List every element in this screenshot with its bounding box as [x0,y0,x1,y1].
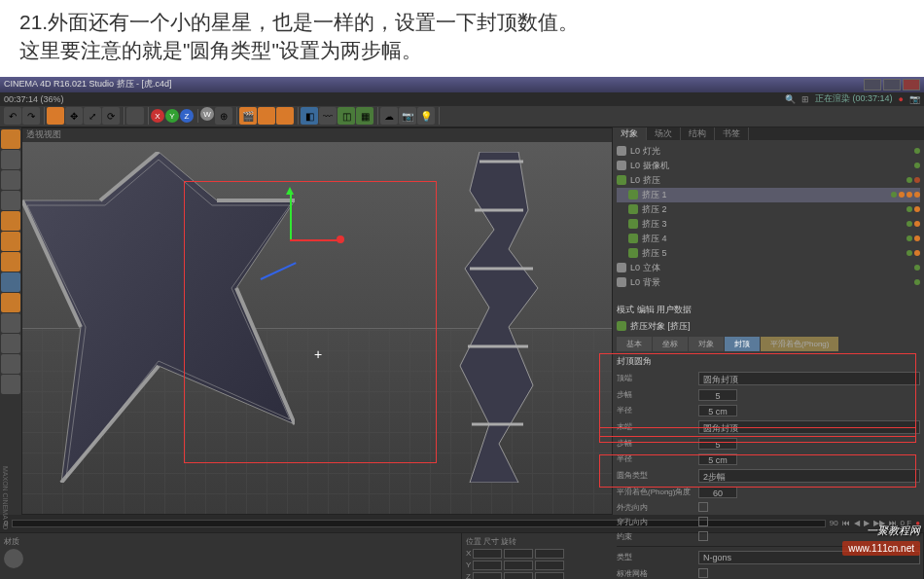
x-axis-toggle[interactable]: X [151,109,164,123]
attr-object-title: 挤压对象 [挤压] [630,320,691,333]
material-panel[interactable]: 材质 [0,533,462,579]
phong-angle-input[interactable]: 60 [698,487,737,498]
polygon-mode-button[interactable] [1,252,20,271]
workplane-snap-button[interactable] [1,334,20,353]
quantize-button[interactable] [1,354,20,374]
object-tree[interactable]: L0 灯光 L0 摄像机 L0 挤压 挤压 1 挤压 2 挤压 3 挤压 4 挤… [613,140,924,294]
render-settings-button[interactable] [276,107,294,125]
tab-takes[interactable]: 场次 [647,127,681,140]
rot-p-input[interactable] [535,561,564,570]
tree-item-extrude-5: 挤压 5 [617,246,920,261]
attr-tab-object[interactable]: 对象 [689,337,724,351]
regular-grid-checkbox[interactable] [698,568,708,578]
watermark-url: www.111cn.net [842,541,920,556]
search-icon[interactable]: 🔍 [785,94,796,104]
tree-item-extrude-2: 挤压 2 [617,202,920,217]
annotation-rect-viewport [184,181,437,463]
light-button[interactable]: 💡 [417,107,435,125]
tree-item-bg: L0 背景 [617,275,920,290]
model-mode-button[interactable] [1,150,20,169]
generator-button[interactable]: ◫ [338,107,355,125]
tree-item-light: L0 灯光 [617,144,920,159]
tweak-mode-button[interactable] [1,293,20,312]
attr-tab-caps[interactable]: 封顶 [725,337,760,351]
material-preview-icon[interactable] [4,549,23,568]
rot-b-input[interactable] [535,572,564,579]
size-y-input[interactable] [504,561,533,570]
rot-h-input[interactable] [535,549,564,559]
close-button[interactable] [903,79,920,90]
hull-inward-checkbox[interactable] [698,502,708,512]
z-axis-toggle[interactable]: Z [180,109,194,123]
deformer-button[interactable]: ▦ [356,107,373,125]
annotation-rect-fillet-row [599,427,916,443]
tree-item-camera: L0 摄像机 [617,159,920,173]
redo-button[interactable]: ↷ [22,107,40,125]
pos-z-input[interactable] [473,572,502,579]
maxon-logo: MAXON CINEMA 4D [2,466,9,529]
tab-structure[interactable]: 结构 [681,127,715,140]
attr-tab-phong[interactable]: 平滑着色(Phong) [761,337,838,351]
attr-tab-basic[interactable]: 基本 [617,337,652,351]
make-editable-button[interactable] [1,129,20,149]
tab-objects[interactable]: 对象 [613,127,647,140]
snap-button[interactable] [1,313,20,333]
tree-item-extrude-3: 挤压 3 [617,217,920,232]
annotation-rect-fillet-type [599,454,916,488]
pos-x-input[interactable] [473,549,502,559]
viewport-canvas[interactable]: + [22,142,612,514]
tree-item-extrude-4: 挤压 4 [617,232,920,246]
constrain-checkbox[interactable] [698,531,708,541]
layout-icon[interactable]: ⊞ [801,94,809,104]
maximize-button[interactable] [883,79,901,90]
annotation-rect-caps [599,353,916,437]
tree-item-solid: L0 立体 [617,261,920,275]
render-region-button[interactable] [258,107,275,125]
render-progress: 00:37:14 (36%) [4,94,64,104]
attr-header: 模式 编辑 用户数据 [617,302,920,318]
y-axis-toggle[interactable]: Y [165,109,179,123]
record-icon[interactable]: ● [899,94,904,104]
undo-button[interactable]: ↶ [4,107,21,125]
w-axis-toggle[interactable]: W [200,107,214,121]
tab-bookmarks[interactable]: 书签 [715,127,749,140]
primitive-cube-button[interactable]: ◧ [301,107,318,125]
locked-button[interactable] [1,375,20,394]
pos-y-input[interactable] [473,561,502,570]
coord-sys-button[interactable]: ⊕ [215,107,232,125]
camera-icon[interactable]: 📷 [909,94,920,104]
edge-mode-button[interactable] [1,232,20,251]
watermark-cn: 一聚教程网 [867,524,920,538]
viewport[interactable]: 透视视图 [21,127,613,515]
workplane-button[interactable] [1,191,20,210]
mode-toolbar [0,127,21,515]
size-x-input[interactable] [504,549,533,559]
axis-mode-button[interactable] [1,272,20,292]
titlebar: CINEMA 4D R16.021 Studio 挤压 - [虎.c4d] [0,77,924,92]
viewport-header: 透视视图 [22,128,612,142]
camera-button[interactable]: 📷 [399,107,416,125]
attr-tabs: 基本 坐标 对象 封顶 平滑着色(Phong) [617,337,920,351]
instruction-text: 21.外面还有一个小的星星，也是一样的，设置一下封顶数值。 这里要注意的就是"圆… [0,0,924,77]
spline-button[interactable]: 〰 [319,107,337,125]
live-select-tool[interactable] [47,107,64,125]
render-view-button[interactable]: 🎬 [239,107,257,125]
main-toolbar: ↶ ↷ ✥ ⤢ ⟳ X Y Z W ⊕ 🎬 ◧ 〰 ◫ [0,106,924,127]
scale-tool[interactable]: ⤢ [84,107,101,125]
app-window: CINEMA 4D R16.021 Studio 挤压 - [虎.c4d] 00… [0,77,924,560]
rotate-tool[interactable]: ⟳ [102,107,120,125]
object-panel-tabs: 对象 场次 结构 书签 [613,127,924,140]
attr-tab-coord[interactable]: 坐标 [653,337,688,351]
size-z-input[interactable] [504,572,533,579]
move-tool[interactable]: ✥ [65,107,83,125]
minimize-button[interactable] [864,79,881,90]
tree-item-extrude-root: L0 挤压 [617,173,920,188]
environment-button[interactable]: ☁ [380,107,398,125]
model-star-small[interactable] [441,152,557,483]
point-mode-button[interactable] [1,211,20,231]
hole-inward-checkbox[interactable] [698,517,708,526]
texture-mode-button[interactable] [1,170,20,190]
tree-item-extrude-1: 挤压 1 [617,188,920,202]
top-status-bar: 00:37:14 (36%) 🔍 ⊞ 正在渲染 (00:37:14) ● 📷 [0,92,924,106]
history-tool[interactable] [126,107,144,125]
